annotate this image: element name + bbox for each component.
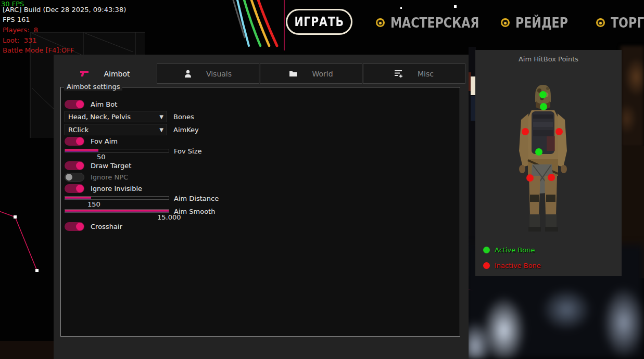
hitbox-point-head[interactable] [539,91,547,98]
folder-icon [289,70,297,77]
crosshair-row: Crosshair [65,222,122,231]
toggle-label: Ignore Invisible [91,185,142,193]
draw-target-toggle[interactable] [65,161,84,170]
fov-size-slider[interactable] [65,149,169,152]
toggle-label: Draw Target [91,162,131,170]
hitbox-point-left-thigh[interactable] [548,174,555,181]
hitbox-panel-title: Aim HitBox Points [475,55,622,63]
tab-world[interactable]: World [260,63,362,84]
chevron-down-icon: ▼ [159,127,163,133]
ignore-invisible-toggle[interactable] [65,184,84,193]
tab-visuals[interactable]: Visuals [157,63,259,84]
tab-misc[interactable]: Misc [363,63,465,84]
sliders-icon [395,70,403,78]
esp-line-left [0,211,37,271]
active-bone-dot [483,247,490,253]
menu-item-workshop[interactable]: МАСТЕРСКАЯ [376,14,499,31]
slider-label: Aim Smooth [174,208,215,215]
menu-item-label: РЕЙДЕР [515,15,568,31]
hitbox-preview-panel: Aim HitBox Points [475,50,622,276]
coin-icon [596,18,605,27]
aim-distance-row: 150 Aim Distance [65,196,283,200]
group-title: Aimbot settings [64,83,122,91]
draw-target-row: Draw Target [65,161,131,170]
dropdown-label: Bones [173,113,194,121]
hitbox-point-pelvis[interactable] [535,148,542,156]
tab-label: Misc [418,70,434,78]
bones-dropdown[interactable]: Head, Neck, Pelvis ▼ [65,111,167,122]
fov-aim-toggle[interactable] [65,137,84,146]
dropdown-value: RClick [68,126,159,134]
menu-item-label: ТОРГО [611,15,644,31]
hitbox-point-neck[interactable] [540,103,547,110]
tab-label: Visuals [206,70,232,78]
tab-aimbot[interactable]: Aimbot [54,63,156,84]
esp-node [14,215,17,219]
hitbox-point-right-hand[interactable] [526,174,534,182]
pistol-icon [80,70,89,77]
toggle-label: Fov Aim [91,137,118,145]
legend-label: Inactive Bone [495,262,541,270]
battle-mode-status: Battle Mode [F4]:OFF [3,47,74,54]
aim-smooth-slider[interactable] [65,209,169,213]
game-main-menu: ИГРАТЬ МАСТЕРСКАЯ РЕЙДЕР ТОРГО [0,0,644,47]
aimkey-row: RClick ▼ AimKey [65,124,199,135]
bones-row: Head, Neck, Pelvis ▼ Bones [65,111,194,122]
menu-item-raider[interactable]: РЕЙДЕР [501,14,579,31]
aimbot-settings-group: Aimbot settings Aim Bot Head, Neck, Pelv… [60,87,460,337]
coin-icon [501,18,510,27]
tab-label: Aimbot [104,70,130,78]
ignore-invisible-row: Ignore Invisible [65,184,142,193]
hitbox-point-right-arm[interactable] [522,128,529,135]
hitbox-point-left-arm[interactable] [555,128,563,135]
toggle-label: Crosshair [91,223,122,230]
scene-detail [0,341,56,359]
aimkey-dropdown[interactable]: RClick ▼ [65,124,167,135]
legend-inactive-bone: Inactive Bone [483,262,541,270]
esp-node [35,269,39,272]
chevron-down-icon: ▼ [159,114,163,120]
aimbot-toggle-row: Aim Bot [65,100,117,109]
aim-smooth-row: 15.000 Aim Smooth [65,209,283,213]
fov-aim-row: Fov Aim [65,137,118,146]
slider-value: 150 [87,200,100,208]
dropdown-value: Head, Neck, Pelvis [68,113,159,121]
menu-item-trade[interactable]: ТОРГО [596,14,644,31]
slider-fill [65,197,91,199]
legend-label: Active Bone [495,246,535,254]
aim-distance-slider[interactable] [65,196,169,200]
menu-item-label: МАСТЕРСКАЯ [390,15,479,31]
person-icon [184,70,192,78]
inactive-bone-dot [483,262,490,269]
crosshair-toggle[interactable] [65,222,84,231]
coin-icon [376,18,385,27]
ignore-npc-toggle[interactable] [65,173,84,182]
ignore-npc-row: Ignore NPC [65,173,128,182]
tab-label: World [312,70,333,78]
fov-size-row: 50 Fov Size [65,149,283,152]
scene-rust-texture [621,46,644,147]
aim-bot-toggle[interactable] [65,100,84,109]
legend-active-bone: Active Bone [483,246,535,254]
slider-value: 50 [97,153,106,161]
toggle-label: Aim Bot [91,100,117,108]
toggle-label: Ignore NPC [91,173,128,181]
cheat-menu-window: Aimbot Visuals World Misc Aimbot setting… [54,55,469,359]
slider-label: Fov Size [174,147,201,155]
tab-bar: Aimbot Visuals World Misc [54,63,469,84]
play-button-label: ИГРАТЬ [294,15,344,29]
slider-fill [65,149,98,152]
play-button[interactable]: ИГРАТЬ [286,9,352,35]
dropdown-label: AimKey [173,126,199,134]
slider-fill [65,210,169,212]
slider-label: Aim Distance [174,195,219,202]
